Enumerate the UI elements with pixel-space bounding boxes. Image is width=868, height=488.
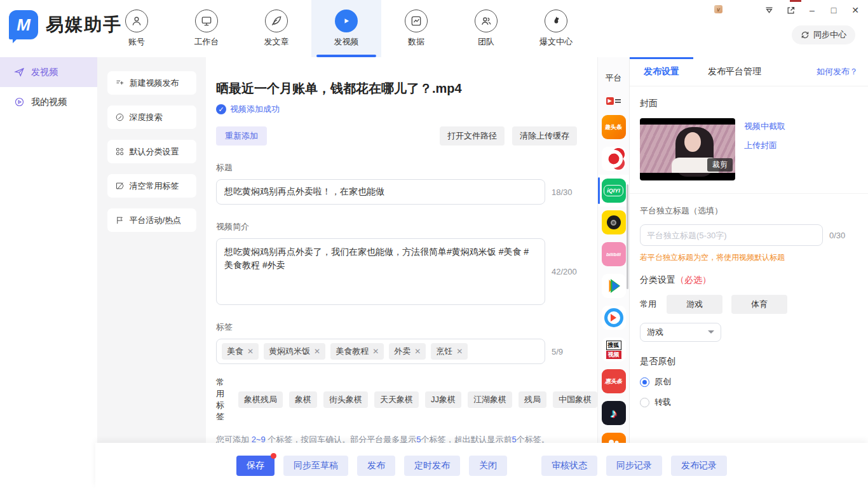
nav-item-label: 工作台 xyxy=(194,36,219,48)
platform-scrollbar[interactable] xyxy=(627,184,628,289)
platform-item[interactable]: ▶ xyxy=(598,90,630,111)
common-tag-chip[interactable]: 象棋残局 xyxy=(238,391,283,408)
file-actions: 重新添加 打开文件路径 清除上传缓存 xyxy=(216,126,597,146)
nav-item-爆文中心[interactable]: 爆文中心 xyxy=(521,0,591,57)
divider xyxy=(630,193,868,194)
tag-chip-label: 美食 xyxy=(227,346,243,357)
main-content: 晒最近一个月账单，钱都花在哪儿了？.mp4 ✓ 视频添加成功 重新添加 打开文件… xyxy=(206,57,597,443)
platform-item[interactable] xyxy=(598,143,630,175)
common-tag-chip[interactable]: 天天象棋 xyxy=(374,391,419,408)
radio-icon[interactable] xyxy=(640,377,649,387)
platform-item[interactable] xyxy=(598,302,630,334)
unsaved-dot-badge xyxy=(271,453,276,459)
footer-button-同步记录[interactable]: 同步记录 xyxy=(606,456,662,476)
tool-button-平台活动/热点[interactable]: 平台活动/热点 xyxy=(107,208,196,232)
platform-rail-label: 平台 xyxy=(598,72,629,84)
tool-button-新建视频发布[interactable]: 新建视频发布 xyxy=(107,71,196,95)
nav-item-账号[interactable]: 账号 xyxy=(102,0,172,57)
hot-flame-icon xyxy=(545,10,567,32)
tag-remove-icon[interactable]: ✕ xyxy=(314,347,320,356)
tab-publish-settings[interactable]: 发布设置 xyxy=(630,66,693,78)
tag-remove-icon[interactable]: ✕ xyxy=(456,347,463,356)
common-tag-chip[interactable]: JJ象棋 xyxy=(425,391,461,408)
platform-item[interactable]: bilibili xyxy=(598,238,630,270)
footer-button-发布记录[interactable]: 发布记录 xyxy=(671,456,727,476)
radio-option-原创[interactable]: 原创 xyxy=(640,376,858,388)
screenshot-icon[interactable] xyxy=(784,4,797,17)
footer-button-发布[interactable]: 发布 xyxy=(357,456,395,476)
platform-item[interactable]: 搜狐视频 xyxy=(598,334,630,365)
close-icon[interactable]: ✕ xyxy=(849,4,862,17)
minimize-icon[interactable]: – xyxy=(806,4,818,17)
hint-segment: 个标签，按回车确认。部分平台最多显示 xyxy=(266,435,417,443)
hint-segment: 您可添加 xyxy=(216,435,252,443)
radio-option-转载[interactable]: 转载 xyxy=(640,396,858,408)
independent-title-note: 若平台独立标题为空，将使用视频默认标题 xyxy=(640,252,858,263)
platform-item[interactable] xyxy=(598,429,630,443)
platform-item[interactable] xyxy=(598,207,630,238)
common-tag-chip[interactable]: 街头象棋 xyxy=(323,391,368,408)
category-option-体育[interactable]: 体育 xyxy=(731,295,787,314)
description-textarea[interactable] xyxy=(216,238,545,305)
radio-label: 转载 xyxy=(654,396,671,408)
nav-item-工作台[interactable]: 工作台 xyxy=(172,0,241,57)
cover-thumbnail[interactable]: 裁剪 xyxy=(640,118,735,180)
maximize-icon[interactable]: □ xyxy=(827,4,840,17)
activity-flag-icon xyxy=(115,215,125,225)
nav-item-发文章[interactable]: 发文章 xyxy=(241,0,311,57)
active-tab-indicator xyxy=(630,57,693,59)
platform-item[interactable]: 惠头条 xyxy=(598,365,630,397)
tag-chip-label: 外卖 xyxy=(394,346,410,357)
tag-remove-icon[interactable]: ✕ xyxy=(247,347,254,356)
crop-button[interactable]: 裁剪 xyxy=(707,158,733,172)
upload-cover-link[interactable]: 上传封面 xyxy=(744,140,785,151)
sync-center-button[interactable]: 同步中心 xyxy=(792,25,855,44)
category-label: 分类设置（必选） xyxy=(640,274,858,286)
independent-title-input[interactable] xyxy=(640,224,823,246)
footer-button-同步至草稿[interactable]: 同步至草稿 xyxy=(283,456,348,476)
nav-item-发视频[interactable]: 发视频 xyxy=(311,0,381,57)
tool-button-默认分类设置[interactable]: 默认分类设置 xyxy=(107,140,196,163)
platform-item[interactable]: ♪ xyxy=(598,397,630,429)
footer-button-关闭[interactable]: 关闭 xyxy=(469,456,507,476)
publish-panel: 发布设置 发布平台管理 如何发布？ 封面 裁剪 视频中截取 上传封面 xyxy=(629,57,868,443)
platform-item[interactable]: 趣头条 xyxy=(598,111,630,143)
original-radio-group: 原创转载 xyxy=(640,376,858,408)
footer-button-定时发布[interactable]: 定时发布 xyxy=(404,456,460,476)
category-option-游戏[interactable]: 游戏 xyxy=(667,295,722,314)
save-button[interactable]: 保存 xyxy=(236,456,275,476)
nav-item-数据[interactable]: 数据 xyxy=(381,0,451,57)
sidebar-item-发视频[interactable]: 发视频 xyxy=(0,57,97,87)
title-input[interactable] xyxy=(216,179,545,205)
open-file-path-button[interactable]: 打开文件路径 xyxy=(440,126,505,146)
sidebar-item-我的视频[interactable]: 我的视频 xyxy=(0,87,97,117)
how-to-publish-link[interactable]: 如何发布？ xyxy=(817,66,858,78)
tag-chip-label: 黄焖鸡米饭 xyxy=(269,346,310,357)
kuaishou-icon xyxy=(602,433,626,443)
nav-item-团队[interactable]: 团队 xyxy=(451,0,521,57)
capture-from-video-link[interactable]: 视频中截取 xyxy=(744,121,785,132)
radio-icon[interactable] xyxy=(640,398,649,407)
user-icon xyxy=(125,10,148,32)
clear-upload-cache-button[interactable]: 清除上传缓存 xyxy=(512,126,577,146)
tag-remove-icon[interactable]: ✕ xyxy=(372,347,379,356)
tray-icon[interactable]: v xyxy=(714,5,722,13)
category-select[interactable]: 游戏 xyxy=(640,323,721,342)
tag-remove-icon[interactable]: ✕ xyxy=(414,347,421,356)
common-tag-chip[interactable]: 象棋 xyxy=(289,391,317,408)
platform-item[interactable]: iQIYI xyxy=(598,175,630,207)
readd-video-button[interactable]: 重新添加 xyxy=(216,126,267,146)
common-tag-chip[interactable]: 江湖象棋 xyxy=(468,391,512,408)
haokan-video-icon xyxy=(602,306,626,330)
hide-to-tray-icon[interactable] xyxy=(763,4,775,17)
tab-platform-management[interactable]: 发布平台管理 xyxy=(693,66,776,78)
tool-button-深度搜索[interactable]: 深度搜索 xyxy=(107,105,196,129)
platform-item[interactable] xyxy=(598,270,630,302)
tag-chip-label: 烹饪 xyxy=(436,346,452,357)
common-tag-chip[interactable]: 残局 xyxy=(519,391,546,408)
tag-chip: 美食✕ xyxy=(222,343,259,360)
common-tag-chip[interactable]: 中国象棋 xyxy=(553,391,597,408)
tool-button-清空常用标签[interactable]: 清空常用标签 xyxy=(107,174,196,198)
footer-button-审核状态[interactable]: 审核状态 xyxy=(541,456,597,476)
tags-input[interactable]: 美食✕黄焖鸡米饭✕美食教程✕外卖✕烹饪✕ xyxy=(216,339,545,364)
